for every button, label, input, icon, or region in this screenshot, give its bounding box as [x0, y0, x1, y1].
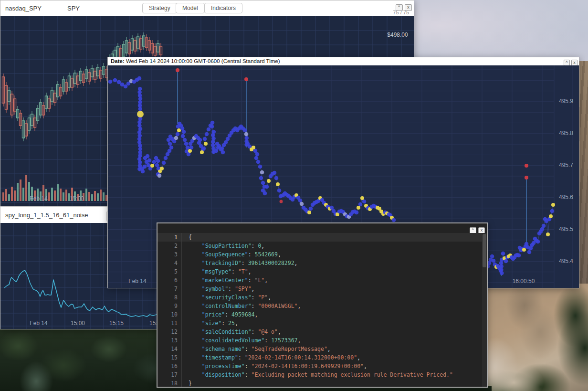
gutter-separator [181, 336, 189, 345]
line-number: 17 [158, 370, 178, 379]
json-code-line[interactable]: 6 "marketCenter": "L", [158, 276, 482, 285]
gutter-separator [181, 370, 189, 379]
line-number: 12 [158, 328, 178, 336]
wallpaper-forest [0, 327, 181, 391]
scatter-window-titlebar[interactable]: Date: Wed Feb 14 2024 10:00:00 GMT-0600 … [108, 57, 579, 65]
wallpaper-granite-trees [482, 284, 588, 391]
date-title-value: Wed Feb 14 2024 10:00:00 GMT-0600 (Centr… [125, 58, 280, 64]
y-tick-495-5: 495.5 [559, 226, 573, 232]
code-text: "trackingID": 39614300028292, [189, 259, 298, 267]
code-text: "saleCondition": "@4 o", [189, 328, 281, 336]
code-text: "price": 4959684, [189, 310, 258, 319]
y-tick-495-8: 495.8 [559, 130, 573, 137]
indicators-button[interactable]: Indicators [204, 3, 242, 13]
window-title: nasdaq_SPY [5, 5, 42, 12]
code-text: "symbol": "SPY", [189, 285, 255, 293]
json-code-line[interactable]: 14 "schema_name": "SeqTradeReportMessage… [158, 345, 482, 353]
y-tick-495-9: 495.9 [559, 98, 573, 105]
json-code-line[interactable]: 18} [158, 379, 482, 387]
json-code-line[interactable]: 11 "size": 25, [158, 319, 482, 328]
code-text: "controlNumber": "0000A1WGGL", [189, 302, 301, 310]
json-code-line[interactable]: 12 "saleCondition": "@4 o", [158, 328, 482, 336]
line-number: 13 [158, 336, 178, 345]
line-number: 8 [158, 293, 178, 302]
gutter-separator [181, 233, 189, 242]
json-code-line[interactable]: 5 "msgType": "T", [158, 267, 482, 276]
line-number: 6 [158, 276, 178, 285]
y-tick-495-6: 495.6 [559, 194, 573, 201]
json-code-line[interactable]: 1{ [158, 233, 482, 242]
gutter-separator [181, 293, 189, 302]
gutter-separator [181, 302, 189, 310]
json-code-line[interactable]: 17 "disposition": "Excluding packet matc… [158, 370, 482, 379]
gutter-separator [181, 285, 189, 293]
code-text: "disposition": "Excluding packet matchin… [189, 370, 453, 379]
line-number: 3 [158, 250, 178, 259]
spy-x-label-0: Feb 14 [30, 320, 47, 327]
gutter-separator [181, 310, 189, 319]
json-code-line[interactable]: 16 "processTime": "2024-02-14T16:00:19.6… [158, 362, 482, 370]
json-code-line[interactable]: 3 "SoupSequence": 5542669, [158, 250, 482, 259]
code-text: } [189, 379, 192, 387]
line-number: 2 [158, 242, 178, 250]
line-number: 5 [158, 267, 178, 276]
gutter-separator [181, 328, 189, 336]
code-text: "processTime": "2024-02-14T16:00:19.6499… [189, 362, 367, 370]
candle-x-label-feb14: Feb 14 [30, 195, 47, 202]
json-window-topbar[interactable]: ^ x [158, 223, 487, 233]
json-code-line[interactable]: 2 "SoupPartition": 0, [158, 242, 482, 250]
line-number: 15 [158, 353, 178, 362]
json-code-line[interactable]: 7 "symbol": "SPY", [158, 285, 482, 293]
code-text: "msgType": "T", [189, 267, 252, 276]
line-number: 9 [158, 302, 178, 310]
json-code-line[interactable]: 10 "price": 4959684, [158, 310, 482, 319]
gutter-separator [181, 353, 189, 362]
json-code-line[interactable]: 9 "controlNumber": "0000A1WGGL", [158, 302, 482, 310]
gutter-separator [181, 362, 189, 370]
json-inspector-window: ^ x 1{2 "SoupPartition": 0,3 "SoupSequen… [157, 222, 488, 388]
gutter-separator [181, 259, 189, 267]
model-button[interactable]: Model [176, 3, 205, 13]
code-text: { [189, 233, 192, 242]
scatter-x-label-time: 16:00:50 [513, 278, 535, 285]
code-text: "timestamp": "2024-02-14T16:00:14.312000… [189, 353, 360, 362]
json-code-line[interactable]: 8 "securityClass": "P", [158, 293, 482, 302]
spy-x-label-1: 15:00 [71, 320, 85, 327]
line-number: 11 [158, 319, 178, 328]
line-number: 10 [158, 310, 178, 319]
json-code-line[interactable]: 13 "cosolidatedVolume": 17573367, [158, 336, 482, 345]
code-text: "securityClass": "P", [189, 293, 271, 302]
gutter-separator [181, 379, 189, 387]
gutter-separator [181, 250, 189, 259]
code-text: "cosolidatedVolume": 17573367, [189, 336, 301, 345]
json-code-editor[interactable]: 1{2 "SoupPartition": 0,3 "SoupSequence":… [158, 233, 482, 387]
candle-x-label-1500: 15:00 [70, 195, 84, 202]
code-text: "SoupSequence": 5542669, [189, 250, 281, 259]
line-number: 1 [158, 233, 178, 242]
json-code-line[interactable]: 4 "trackingID": 39614300028292, [158, 259, 482, 267]
line-number: 14 [158, 345, 178, 353]
gutter-separator [181, 276, 189, 285]
symbol-label: SPY [67, 5, 80, 12]
json-scrollbar[interactable] [482, 233, 487, 387]
scatter-x-label-feb14: Feb 14 [128, 278, 146, 285]
line-number: 7 [158, 285, 178, 293]
window-title: spy_long_1_1.5_16_61_noise [5, 211, 88, 219]
line-number: 18 [158, 379, 178, 387]
price-label: $498.00 [387, 32, 408, 38]
json-code-line[interactable]: 15 "timestamp": "2024-02-14T16:00:14.312… [158, 353, 482, 362]
line-number: 16 [158, 362, 178, 370]
code-text: "marketCenter": "L", [189, 276, 268, 285]
y-tick-495-7: 495.7 [559, 162, 573, 169]
gutter-separator [181, 242, 189, 250]
gutter-separator [181, 267, 189, 276]
json-scrollbar-thumb[interactable] [483, 234, 486, 267]
gutter-separator [181, 345, 189, 353]
gutter-separator [181, 319, 189, 328]
strategy-button[interactable]: Strategy [142, 3, 177, 13]
line-number: 4 [158, 259, 178, 267]
y-tick-495-4: 495.4 [559, 258, 573, 264]
code-text: "size": 25, [189, 319, 238, 328]
bar-counter: 75 / 75 [393, 10, 409, 15]
spy-x-label-2: 15:15 [109, 320, 124, 327]
